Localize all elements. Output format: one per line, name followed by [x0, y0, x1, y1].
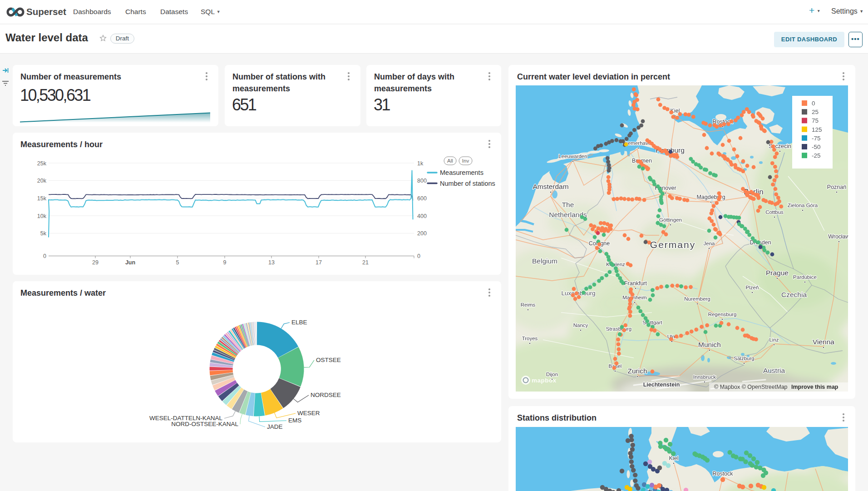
svg-text:WESEL-DATTELN-KANAL: WESEL-DATTELN-KANAL: [149, 415, 223, 422]
svg-text:OSTSEE: OSTSEE: [316, 357, 341, 363]
svg-text:15k: 15k: [37, 195, 47, 202]
svg-text:Zurich: Zurich: [627, 367, 647, 375]
svg-text:Belgium: Belgium: [532, 257, 557, 265]
svg-text:Dijon: Dijon: [546, 372, 558, 377]
svg-text:-25: -25: [812, 152, 821, 159]
svg-text:ELBE: ELBE: [291, 319, 307, 326]
svg-text:21: 21: [362, 259, 369, 266]
svg-text:125: 125: [812, 126, 822, 133]
svg-text:Regensburg: Regensburg: [708, 312, 737, 317]
svg-text:© Mapbox © OpenStreetMap: © Mapbox © OpenStreetMap: [714, 384, 788, 390]
svg-text:Mannheim: Mannheim: [622, 295, 647, 300]
svg-text:Zielona Góra: Zielona Góra: [788, 203, 818, 208]
svg-text:Göttingen: Göttingen: [659, 217, 682, 223]
svg-text:Germany: Germany: [650, 239, 695, 250]
svg-text:Reims: Reims: [521, 302, 536, 307]
svg-text:Frankfurt: Frankfurt: [624, 280, 647, 287]
svg-text:25k: 25k: [37, 160, 47, 167]
svg-text:Salzburg: Salzburg: [734, 356, 754, 361]
svg-text:EMS: EMS: [288, 417, 301, 424]
svg-text:Kiel: Kiel: [669, 455, 679, 461]
svg-text:Plzeň: Plzeň: [746, 285, 759, 290]
svg-text:25: 25: [812, 109, 819, 115]
svg-text:Measurements: Measurements: [440, 169, 483, 176]
svg-text:Liechtenstein: Liechtenstein: [643, 382, 680, 388]
svg-text:-50: -50: [812, 144, 821, 150]
svg-text:Austria: Austria: [763, 367, 785, 374]
svg-text:Nancy: Nancy: [573, 322, 588, 328]
svg-text:Inv: Inv: [462, 158, 469, 164]
svg-text:-75: -75: [812, 135, 821, 142]
svg-text:Munich: Munich: [698, 341, 721, 348]
svg-text:Strasbourg: Strasbourg: [606, 326, 631, 332]
svg-text:20k: 20k: [37, 178, 47, 184]
svg-text:Koblenz: Koblenz: [606, 262, 625, 267]
svg-text:200: 200: [417, 230, 427, 237]
svg-text:All: All: [447, 158, 453, 164]
svg-text:NORD-OSTSEE-KANAL: NORD-OSTSEE-KANAL: [171, 421, 238, 427]
svg-text:0: 0: [43, 253, 46, 259]
svg-text:Jena: Jena: [704, 241, 715, 246]
svg-text:5k: 5k: [40, 230, 47, 237]
svg-text:17: 17: [316, 259, 322, 266]
svg-text:Innsbruck: Innsbruck: [693, 374, 716, 380]
svg-text:400: 400: [417, 213, 427, 219]
svg-text:Prague: Prague: [766, 269, 789, 277]
svg-text:800: 800: [417, 178, 427, 184]
svg-text:mapbox: mapbox: [532, 377, 557, 384]
svg-text:Leeuwarden: Leeuwarden: [558, 154, 587, 159]
svg-text:Number of stations: Number of stations: [440, 180, 495, 187]
svg-text:Nuremberg: Nuremberg: [684, 296, 710, 302]
svg-text:The: The: [562, 201, 574, 208]
svg-text:Poznań: Poznań: [827, 184, 846, 190]
svg-text:0: 0: [812, 100, 815, 107]
svg-text:1k: 1k: [417, 160, 424, 167]
svg-text:29: 29: [92, 259, 99, 266]
svg-text:Rostock: Rostock: [712, 471, 733, 477]
svg-text:Czechia: Czechia: [781, 291, 807, 298]
svg-text:13: 13: [268, 259, 275, 266]
svg-text:Jun: Jun: [125, 259, 135, 266]
svg-text:Linz: Linz: [769, 337, 779, 342]
svg-text:Cottbus: Cottbus: [765, 209, 784, 215]
svg-text:NORDSEE: NORDSEE: [311, 392, 341, 398]
svg-text:Amsterdam: Amsterdam: [533, 183, 568, 190]
svg-text:10k: 10k: [37, 213, 47, 219]
svg-text:75: 75: [812, 117, 819, 124]
svg-text:Troyes: Troyes: [522, 336, 538, 341]
svg-text:JADE: JADE: [267, 423, 283, 430]
svg-text:Improve this map: Improve this map: [791, 384, 838, 390]
svg-text:5: 5: [176, 259, 179, 266]
svg-text:9: 9: [223, 259, 227, 266]
svg-text:Pardubice: Pardubice: [793, 274, 817, 280]
svg-text:Vienna: Vienna: [813, 338, 834, 346]
svg-text:600: 600: [417, 195, 427, 202]
svg-text:Wrocław: Wrocław: [828, 233, 848, 240]
svg-text:0: 0: [417, 253, 420, 259]
svg-text:WESER: WESER: [297, 410, 320, 417]
